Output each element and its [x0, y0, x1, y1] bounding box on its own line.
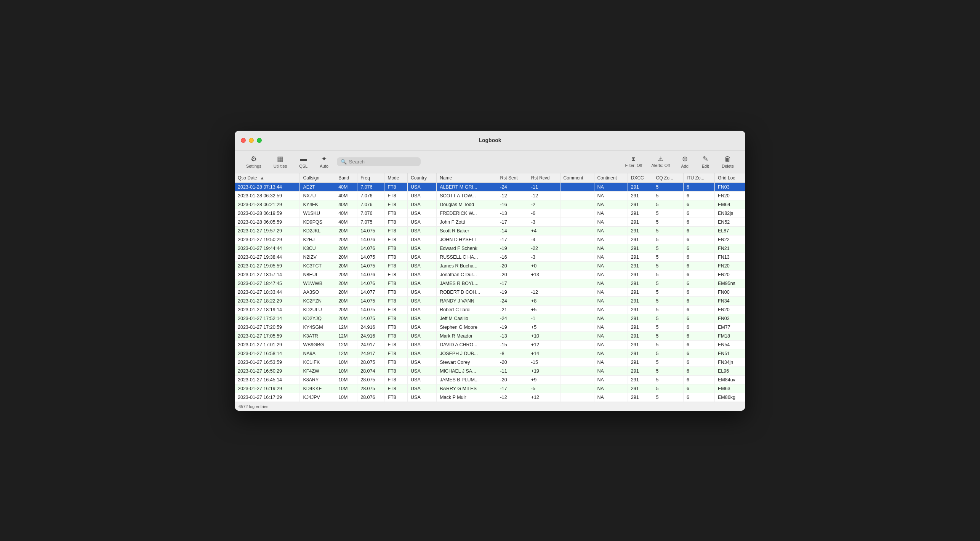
col-continent[interactable]: Continent [594, 173, 628, 183]
cell-name: Stephen G Moore [437, 323, 497, 331]
table-row[interactable]: 2023-01-27 16:58:14NA9A12M24.917FT8USAJO… [235, 349, 745, 358]
maximize-button[interactable] [257, 138, 262, 143]
col-date[interactable]: Qso Date ▲ [235, 173, 300, 183]
minimize-button[interactable] [249, 138, 254, 143]
cell-rst_sent: -12 [497, 191, 528, 200]
col-cq-zone[interactable]: CQ Zo... [653, 173, 683, 183]
auto-button[interactable]: ✦ Auto [314, 152, 334, 171]
status-bar: 6572 log entries [235, 402, 745, 411]
cell-grid_loc: FN00 [715, 288, 745, 296]
cell-rst_rcvd: -22 [528, 244, 560, 253]
table-row[interactable]: 2023-01-27 16:50:29KF4ZW10M28.074FT8USAM… [235, 367, 745, 375]
cell-itu_zone: 6 [683, 253, 714, 261]
cell-callsign: AE2T [300, 182, 335, 191]
cell-dxcc: 291 [628, 358, 653, 367]
cell-band: 20M [335, 314, 357, 323]
cell-rst_sent: -19 [497, 288, 528, 296]
table-row[interactable]: 2023-01-27 18:33:44AA3SO20M14.077FT8USAR… [235, 288, 745, 296]
col-rst-rcvd[interactable]: Rst Rcvd [528, 173, 560, 183]
col-grid-loc[interactable]: Grid Loc [715, 173, 745, 183]
cell-rst_sent: -8 [497, 349, 528, 358]
table-row[interactable]: 2023-01-27 18:22:29KC2FZN20M14.075FT8USA… [235, 296, 745, 305]
cell-callsign: KF4ZW [300, 367, 335, 375]
col-mode[interactable]: Mode [384, 173, 408, 183]
table-row[interactable]: 2023-01-27 18:57:14N8EUL20M14.076FT8USAJ… [235, 270, 745, 279]
cell-rst_sent: -20 [497, 270, 528, 279]
col-dxcc[interactable]: DXCC [628, 173, 653, 183]
table-row[interactable]: 2023-01-27 16:53:59KC1IFK10M28.075FT8USA… [235, 358, 745, 367]
col-callsign[interactable]: Callsign [300, 173, 335, 183]
add-button[interactable]: ⊕ Add [675, 152, 694, 171]
col-rst-sent[interactable]: Rst Sent [497, 173, 528, 183]
col-name[interactable]: Name [437, 173, 497, 183]
table-row[interactable]: 2023-01-27 16:17:29KJ4JPV10M28.076FT8USA… [235, 393, 745, 402]
cell-continent: NA [594, 384, 628, 393]
cell-dxcc: 291 [628, 314, 653, 323]
delete-icon: 🗑 [724, 155, 731, 163]
table-row[interactable]: 2023-01-27 17:05:59K3ATR12M24.916FT8USAM… [235, 331, 745, 340]
table-row[interactable]: 2023-01-27 17:52:14KD2YJQ20M14.075FT8USA… [235, 314, 745, 323]
close-button[interactable] [241, 138, 246, 143]
cell-grid_loc: FM18 [715, 331, 745, 340]
cell-date: 2023-01-27 19:44:44 [235, 244, 300, 253]
cell-cq_zone: 5 [653, 384, 683, 393]
cell-grid_loc: FN03 [715, 182, 745, 191]
table-row[interactable]: 2023-01-27 19:38:44N2IZV20M14.075FT8USAR… [235, 253, 745, 261]
utilities-button[interactable]: ▦ Utilities [268, 152, 292, 171]
settings-button[interactable]: ⚙ Settings [241, 152, 267, 171]
cell-freq: 28.075 [357, 358, 384, 367]
cell-name: JAMES R BOYL... [437, 279, 497, 288]
delete-button[interactable]: 🗑 Delete [716, 153, 739, 171]
cell-itu_zone: 6 [683, 305, 714, 314]
table-row[interactable]: 2023-01-27 19:44:44K3CU20M14.076FT8USAEd… [235, 244, 745, 253]
cell-grid_loc: EL96 [715, 367, 745, 375]
table-row[interactable]: 2023-01-28 06:05:59KD9PQS40M7.075FT8USAJ… [235, 218, 745, 226]
cell-country: USA [408, 305, 437, 314]
alerts-icon: ⚠ [658, 155, 663, 162]
col-country[interactable]: Country [408, 173, 437, 183]
table-row[interactable]: 2023-01-28 06:21:29KY4FK40M7.076FT8USADo… [235, 200, 745, 209]
cell-callsign: W1WWB [300, 279, 335, 288]
cell-itu_zone: 6 [683, 191, 714, 200]
table-row[interactable]: 2023-01-28 06:19:59W1SKU40M7.076FT8USAFR… [235, 209, 745, 218]
cell-dxcc: 291 [628, 296, 653, 305]
col-band[interactable]: Band [335, 173, 357, 183]
alerts-button[interactable]: ⚠ Alerts: Off [648, 154, 674, 170]
edit-button[interactable]: ✎ Edit [696, 152, 715, 171]
cell-continent: NA [594, 358, 628, 367]
cell-date: 2023-01-27 18:47:45 [235, 279, 300, 288]
cell-dxcc: 291 [628, 323, 653, 331]
cell-continent: NA [594, 393, 628, 402]
cell-callsign: K8ARY [300, 375, 335, 384]
cell-grid_loc: FN03 [715, 314, 745, 323]
table-row[interactable]: 2023-01-27 16:45:14K8ARY10M28.075FT8USAJ… [235, 375, 745, 384]
col-itu-zone[interactable]: ITU Zo... [683, 173, 714, 183]
table-row[interactable]: 2023-01-28 07:13:44AE2T40M7.076FT8USAALB… [235, 182, 745, 191]
table-row[interactable]: 2023-01-27 19:05:59KC3TCT20M14.075FT8USA… [235, 261, 745, 270]
cell-name: MICHAEL J SA... [437, 367, 497, 375]
cell-freq: 14.076 [357, 270, 384, 279]
cell-grid_loc: FN20 [715, 270, 745, 279]
table-row[interactable]: 2023-01-27 19:57:29KD2JKL20M14.075FT8USA… [235, 226, 745, 235]
table-row[interactable]: 2023-01-27 17:20:59KY4SGM12M24.916FT8USA… [235, 323, 745, 331]
table-row[interactable]: 2023-01-27 18:47:45W1WWB20M14.076FT8USAJ… [235, 279, 745, 288]
table-row[interactable]: 2023-01-27 19:50:29K2HJ20M14.076FT8USAJO… [235, 235, 745, 244]
table-row[interactable]: 2023-01-28 06:32:59NX7U40M7.076FT8USASCO… [235, 191, 745, 200]
cell-comment [560, 367, 594, 375]
search-box[interactable]: 🔍 [337, 157, 421, 166]
cell-dxcc: 291 [628, 375, 653, 384]
table-row[interactable]: 2023-01-27 16:19:29KD4KKF10M28.075FT8USA… [235, 384, 745, 393]
cell-country: USA [408, 340, 437, 349]
table-row[interactable]: 2023-01-27 18:19:14KD2ULU20M14.075FT8USA… [235, 305, 745, 314]
cell-band: 10M [335, 375, 357, 384]
qsl-button[interactable]: ▬ QSL [294, 153, 313, 171]
cell-callsign: KY4FK [300, 200, 335, 209]
col-freq[interactable]: Freq [357, 173, 384, 183]
cell-mode: FT8 [384, 305, 408, 314]
filter-button[interactable]: ⧗ Filter: Off [621, 154, 646, 170]
table-row[interactable]: 2023-01-27 17:01:29WB9GBG12M24.917FT8USA… [235, 340, 745, 349]
search-input[interactable] [349, 159, 417, 165]
col-comment[interactable]: Comment [560, 173, 594, 183]
cell-rst_rcvd: -5 [528, 384, 560, 393]
cell-freq: 14.075 [357, 296, 384, 305]
